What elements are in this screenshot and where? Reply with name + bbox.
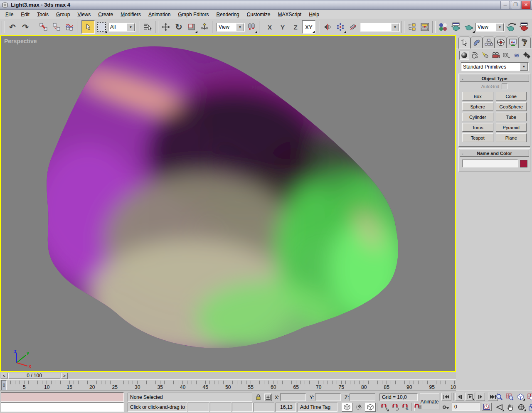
spinner-snap-toggle-icon[interactable]	[413, 403, 423, 412]
redo-icon[interactable]: ↷	[19, 21, 32, 33]
zoom-extents-icon[interactable]	[515, 393, 525, 401]
snap-dotted-icon[interactable]	[354, 403, 364, 412]
object-type-button[interactable]: Plane	[496, 133, 527, 142]
chevron-down-icon[interactable]: ▼	[520, 63, 528, 71]
unlink-selection-icon[interactable]	[50, 21, 63, 33]
time-slider-next-button[interactable]: >	[61, 373, 68, 379]
current-frame-field[interactable]: 0	[452, 403, 480, 411]
menu-item[interactable]: Group	[52, 11, 74, 18]
chevron-down-icon[interactable]: ▼	[127, 23, 135, 31]
close-button[interactable]: ✕	[521, 1, 531, 9]
go-to-start-icon[interactable]	[441, 393, 451, 401]
spacewarps-icon[interactable]: ≋	[512, 51, 521, 59]
animate-button[interactable]: Animate	[420, 393, 439, 410]
menu-item[interactable]: Create	[94, 11, 117, 18]
play-animation-icon[interactable]	[465, 393, 475, 401]
coord-x-field[interactable]	[280, 393, 306, 401]
mirror-icon[interactable]	[321, 21, 334, 33]
render-type-dropdown[interactable]: View ▼	[475, 23, 505, 32]
time-slider-prev-button[interactable]: <	[1, 373, 7, 379]
maxscript-listener-macro-row[interactable]	[1, 392, 124, 402]
selection-lock-icon[interactable]	[254, 393, 262, 401]
field-of-view-icon[interactable]	[495, 403, 505, 412]
previous-frame-icon[interactable]	[455, 393, 464, 401]
object-color-swatch[interactable]	[520, 160, 527, 167]
object-type-button[interactable]: Torus	[462, 123, 493, 132]
chevron-down-icon[interactable]: ▼	[236, 23, 244, 31]
track-bar-frame-marker[interactable]: 0	[1, 380, 7, 390]
align-normals-icon[interactable]	[347, 21, 360, 33]
shapes-icon[interactable]	[470, 51, 480, 59]
restrict-xy-plane-icon[interactable]: XY	[302, 20, 315, 34]
pan-hand-icon[interactable]	[505, 403, 515, 412]
snaps-toggle-icon[interactable]: 3	[379, 403, 389, 412]
selection-region-icon[interactable]	[95, 21, 108, 33]
track-view-icon[interactable]	[406, 21, 418, 33]
manipulate-icon[interactable]	[198, 21, 211, 33]
restore-button[interactable]: ❐	[511, 1, 520, 9]
menu-item[interactable]: Edit	[17, 11, 33, 18]
tab-display-icon[interactable]	[507, 37, 519, 48]
cameras-icon[interactable]	[491, 51, 500, 59]
scene-object-blob[interactable]	[1, 36, 455, 371]
schematic-view-icon[interactable]	[419, 21, 431, 33]
tab-hierarchy-icon[interactable]	[483, 37, 495, 48]
object-name-field[interactable]	[462, 160, 518, 167]
bind-to-spacewarp-icon[interactable]	[63, 21, 76, 33]
selection-filter-dropdown[interactable]: All ▼	[108, 23, 135, 32]
object-type-button[interactable]: Box	[462, 92, 493, 101]
window-crossing-toggle-icon[interactable]	[365, 403, 376, 412]
tab-modify-icon[interactable]	[470, 37, 483, 48]
select-and-scale-icon[interactable]	[185, 21, 198, 33]
key-mode-toggle-icon[interactable]	[442, 403, 450, 412]
time-configuration-icon[interactable]	[482, 403, 492, 411]
name-color-rollup-header[interactable]: - Name and Color	[460, 150, 529, 157]
select-and-rotate-icon[interactable]: ↻	[172, 21, 185, 33]
tab-motion-icon[interactable]	[495, 37, 507, 48]
use-pivot-center-icon[interactable]	[245, 21, 258, 33]
object-type-button[interactable]: Pyramid	[496, 123, 527, 132]
geometry-icon[interactable]	[459, 51, 469, 60]
menu-item[interactable]: Animation	[145, 11, 174, 18]
menu-item[interactable]: File	[2, 11, 17, 18]
category-dropdown[interactable]: Standard Primitives ▼	[461, 62, 529, 71]
zoom-extents-all-icon[interactable]	[526, 393, 532, 401]
menu-item[interactable]: Tools	[33, 11, 52, 18]
minimize-button[interactable]: ─	[500, 1, 510, 9]
restrict-x-icon[interactable]: X	[264, 21, 276, 33]
lights-icon[interactable]	[481, 51, 490, 59]
select-by-name-icon[interactable]	[141, 21, 154, 33]
object-type-button[interactable]: Cone	[496, 92, 527, 101]
render-last-icon[interactable]	[505, 21, 517, 33]
coord-z-field[interactable]	[350, 393, 375, 401]
select-and-move-icon[interactable]	[160, 21, 172, 33]
undo-icon[interactable]: ↶	[6, 21, 19, 33]
helpers-icon[interactable]	[502, 51, 511, 59]
quick-render-icon[interactable]	[518, 21, 530, 33]
select-and-link-icon[interactable]	[37, 21, 50, 33]
chevron-down-icon[interactable]: ▼	[391, 23, 399, 31]
collapse-icon[interactable]: -	[462, 151, 463, 156]
select-object-icon[interactable]	[81, 20, 95, 34]
maxscript-listener-input-row[interactable]	[1, 402, 124, 412]
time-slider-handle[interactable]: 0 / 100	[8, 373, 60, 379]
named-selection-dropdown[interactable]: ▼	[360, 23, 400, 32]
collapse-icon[interactable]: -	[462, 76, 463, 81]
restrict-z-icon[interactable]: Z	[289, 21, 302, 33]
material-editor-icon[interactable]	[437, 21, 449, 33]
angle-snap-toggle-icon[interactable]	[390, 403, 400, 412]
menu-item[interactable]: Views	[74, 11, 94, 18]
degradation-override-icon[interactable]	[342, 403, 352, 412]
percent-snap-toggle-icon[interactable]: %	[400, 403, 410, 412]
systems-icon[interactable]	[522, 51, 532, 59]
track-bar[interactable]: 5101520253035404550556065707580859095100…	[0, 379, 456, 391]
arc-rotate-icon[interactable]	[516, 403, 526, 412]
zoom-all-icon[interactable]	[505, 393, 515, 401]
menu-item[interactable]: MAXScript	[274, 11, 305, 18]
tab-utilities-icon[interactable]	[519, 37, 531, 48]
menu-item[interactable]: Graph Editors	[174, 11, 212, 18]
add-time-tag[interactable]: Add Time Tag	[298, 403, 337, 412]
menu-item[interactable]: Modifiers	[117, 11, 145, 18]
align-icon[interactable]	[334, 21, 347, 33]
coord-y-field[interactable]	[315, 393, 341, 401]
